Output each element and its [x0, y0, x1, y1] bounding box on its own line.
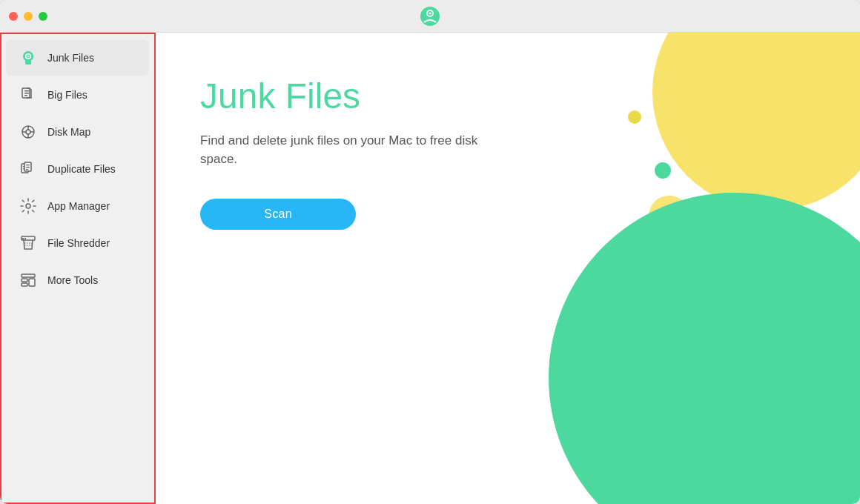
sidebar-item-file-shredder[interactable]: File Shredder [6, 225, 149, 261]
svg-rect-29 [29, 279, 35, 286]
sidebar-item-duplicate-files[interactable]: Duplicate Files [6, 151, 149, 187]
duplicate-files-icon [18, 159, 39, 179]
app-manager-icon [18, 196, 39, 216]
sidebar-item-big-files-label: Big Files [47, 89, 87, 101]
circle-green-large [549, 193, 860, 504]
sidebar-item-app-manager-label: App Manager [47, 200, 110, 212]
sidebar-item-more-tools-label: More Tools [47, 274, 98, 286]
sidebar-item-disk-map[interactable]: Disk Map [6, 114, 149, 150]
svg-rect-20 [26, 167, 30, 168]
content-area: Junk Files Find and delete junk files on… [156, 33, 860, 504]
maximize-button[interactable] [39, 12, 47, 21]
svg-rect-28 [22, 283, 27, 286]
scan-button[interactable]: Scan [200, 199, 356, 230]
disk-map-icon [18, 122, 39, 142]
svg-rect-27 [22, 279, 27, 282]
svg-rect-21 [26, 169, 28, 170]
sidebar-item-big-files[interactable]: Big Files [6, 77, 149, 113]
svg-rect-12 [24, 95, 27, 96]
sidebar-item-junk-files-label: Junk Files [47, 52, 94, 64]
app-icon [420, 6, 440, 27]
big-files-icon [18, 84, 39, 105]
circle-yellow-medium [649, 196, 689, 236]
file-shredder-icon [18, 233, 39, 253]
main-layout: Junk Files Big Files [0, 33, 860, 504]
svg-rect-25 [24, 238, 26, 239]
sidebar-item-more-tools[interactable]: More Tools [6, 262, 149, 298]
svg-rect-19 [26, 165, 30, 165]
sidebar: Junk Files Big Files [0, 33, 156, 504]
more-tools-icon [18, 270, 39, 291]
minimize-button[interactable] [24, 12, 33, 21]
svg-rect-26 [22, 274, 35, 277]
sidebar-item-file-shredder-label: File Shredder [47, 237, 110, 249]
circle-yellow-large [652, 33, 860, 210]
svg-rect-5 [25, 61, 31, 64]
svg-point-14 [26, 130, 30, 134]
close-button[interactable] [9, 12, 18, 21]
sidebar-item-disk-map-label: Disk Map [47, 126, 90, 138]
svg-rect-11 [24, 93, 29, 94]
page-title: Junk Files [200, 77, 860, 116]
svg-point-8 [27, 56, 29, 57]
svg-rect-24 [22, 238, 24, 239]
sidebar-item-duplicate-files-label: Duplicate Files [47, 163, 116, 175]
app-window: Junk Files Big Files [0, 0, 860, 504]
junk-files-icon [18, 47, 39, 68]
svg-rect-10 [24, 90, 29, 92]
window-controls [9, 12, 47, 21]
titlebar [0, 0, 860, 33]
sidebar-item-app-manager[interactable]: App Manager [6, 188, 149, 224]
circle-green-small [655, 162, 671, 179]
svg-point-22 [26, 204, 30, 208]
page-description: Find and delete junk files on your Mac t… [200, 131, 512, 169]
sidebar-item-junk-files[interactable]: Junk Files [6, 40, 149, 76]
svg-point-3 [429, 12, 431, 14]
